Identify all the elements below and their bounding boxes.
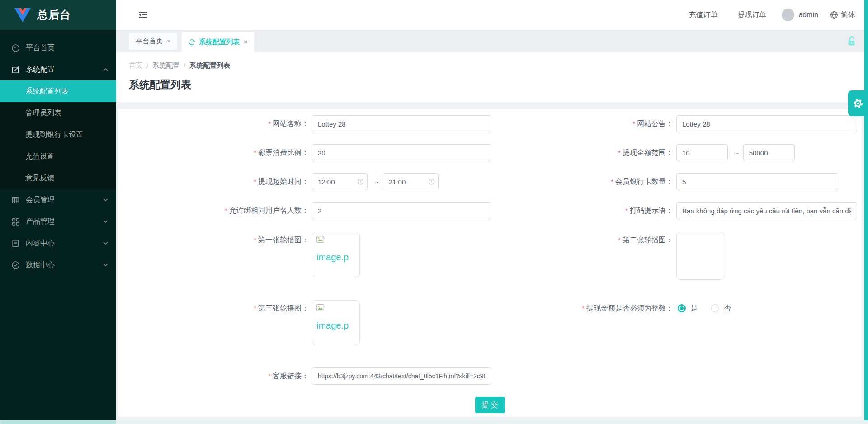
banner1-upload-box[interactable]: image.p: [312, 232, 360, 277]
sidebar-subitem-label: 系统配置列表: [25, 87, 69, 96]
sidebar-subitem-withdraw-bank-settings[interactable]: 提现到银行卡设置: [0, 124, 116, 146]
language-switcher[interactable]: 简体: [830, 10, 855, 20]
withdraw-min-input[interactable]: [676, 144, 728, 161]
title-strip: 首页 / 系统配置 / 系统配置列表 系统配置列表: [116, 52, 868, 102]
field-site-name: *网站名称：: [118, 115, 491, 132]
same-name-count-input[interactable]: [312, 202, 491, 219]
site-notice-input[interactable]: [676, 115, 857, 132]
sidebar-subitem-config-list[interactable]: 系统配置列表: [0, 80, 116, 102]
settings-fab[interactable]: [848, 90, 868, 116]
user-menu[interactable]: admin: [782, 9, 818, 21]
field-label: *第三张轮播图：: [118, 300, 309, 313]
site-name-input[interactable]: [312, 115, 491, 132]
time-end-wrap: [383, 173, 439, 190]
radio-no[interactable]: 否: [711, 304, 731, 313]
sidebar-item-label: 系统配置: [26, 65, 55, 75]
sidebar-nav: 平台首页 系统配置 系统配置列表 管理员列表 提现到银行卡: [0, 30, 116, 276]
table-icon: [11, 196, 20, 204]
sidebar-item-system-config[interactable]: 系统配置: [0, 59, 116, 80]
app-logo: 总后台: [0, 0, 116, 30]
gear-icon: [853, 98, 863, 109]
sidebar-item-platform-home[interactable]: 平台首页: [0, 37, 116, 59]
withdraw-orders-link[interactable]: 提现订单: [737, 10, 766, 20]
breadcrumb-separator: /: [146, 62, 148, 70]
horizontal-scrollbar-thumb[interactable]: [0, 420, 116, 424]
bank-card-count-input[interactable]: [676, 173, 838, 190]
collapse-sidebar-icon[interactable]: [138, 10, 149, 19]
refresh-icon[interactable]: [189, 39, 195, 46]
language-label: 简体: [841, 10, 855, 20]
required-mark: *: [611, 178, 613, 185]
sidebar-item-data-center[interactable]: 数据中心: [0, 254, 116, 276]
field-lottery-ratio: *彩票消费比例：: [118, 144, 491, 161]
time-separator: ~: [375, 178, 379, 186]
required-mark: *: [618, 149, 621, 156]
time-start-wrap: [312, 173, 368, 190]
close-icon[interactable]: ×: [244, 38, 247, 46]
field-site-notice: *网站公告：: [482, 115, 857, 132]
tab-label: 系统配置列表: [199, 38, 240, 47]
service-link-input[interactable]: [312, 367, 491, 385]
field-label: *会员银行卡数量：: [482, 177, 673, 187]
sidebar-item-product-management[interactable]: 产品管理: [0, 211, 116, 232]
banner1-alt-text: image.p: [316, 252, 355, 263]
code-tip-input[interactable]: [676, 202, 857, 219]
field-label: *提现金额范围：: [482, 148, 673, 158]
chevron-down-icon: [103, 264, 108, 267]
sidebar-item-member-management[interactable]: 会员管理: [0, 189, 116, 211]
radio-label: 是: [690, 304, 698, 313]
unlock-icon[interactable]: [847, 36, 857, 47]
submit-button[interactable]: 提 交: [475, 397, 505, 413]
blocks-icon: [11, 217, 20, 226]
breadcrumb-system-config[interactable]: 系统配置: [152, 61, 179, 70]
field-label: *提现金额是否必须为整数：: [482, 304, 673, 313]
withdraw-max-input[interactable]: [743, 144, 795, 161]
sidebar-subitem-admin-list[interactable]: 管理员列表: [0, 102, 116, 124]
sidebar-item-label: 数据中心: [26, 260, 55, 270]
radio-yes[interactable]: 是: [678, 304, 698, 313]
required-mark: *: [582, 304, 585, 312]
field-code-tip: *打码提示语：: [482, 202, 857, 219]
required-mark: *: [254, 304, 256, 312]
field-withdraw-range: *提现金额范围： ~: [482, 144, 795, 161]
withdraw-time-end-input[interactable]: [383, 173, 439, 190]
tab-system-config-list[interactable]: 系统配置列表 ×: [182, 32, 254, 52]
sidebar-subitem-label: 管理员列表: [25, 108, 61, 118]
sidebar: 总后台 平台首页 系统配置 系统配置列表: [0, 0, 116, 420]
username: admin: [798, 11, 818, 19]
right-edge-scrollbar[interactable]: [864, 0, 868, 420]
field-bank-card-count: *会员银行卡数量：: [482, 173, 838, 190]
breadcrumb: 首页 / 系统配置 / 系统配置列表: [129, 52, 868, 70]
sidebar-subitem-recharge-settings[interactable]: 充值设置: [0, 146, 116, 167]
sidebar-item-label: 内容中心: [26, 239, 55, 248]
sidebar-subitem-label: 提现到银行卡设置: [25, 130, 83, 140]
edit-icon: [11, 66, 20, 74]
breadcrumb-separator: /: [184, 62, 185, 70]
banner2-upload-box[interactable]: [676, 232, 724, 280]
config-form-card: *网站名称： *网站公告： *彩票消费比例： *提现金额范围： ~: [118, 109, 862, 417]
main-area: 充值订单 提现订单 admin 简体 平台首页 ×: [116, 0, 868, 424]
sidebar-subitem-feedback[interactable]: 意见反馈: [0, 167, 116, 189]
check-circle-icon: [11, 261, 20, 269]
avatar: [782, 9, 794, 21]
required-mark: *: [625, 207, 628, 214]
sidebar-item-content-center[interactable]: 内容中心: [0, 232, 116, 254]
broken-image-icon: [316, 304, 326, 312]
sidebar-subitem-label: 充值设置: [25, 152, 54, 161]
topbar-right: 充值订单 提现订单 admin 简体: [669, 9, 868, 21]
required-mark: *: [254, 236, 256, 244]
field-banner3: *第三张轮播图： image.p: [118, 300, 360, 345]
tab-platform-home[interactable]: 平台首页 ×: [129, 33, 177, 50]
field-label: *网站公告：: [482, 119, 673, 129]
lottery-ratio-input[interactable]: [312, 144, 491, 161]
field-label: *网站名称：: [118, 119, 309, 129]
required-mark: *: [254, 178, 256, 185]
recharge-orders-link[interactable]: 充值订单: [689, 10, 717, 20]
banner3-upload-box[interactable]: image.p: [312, 300, 360, 345]
radio-dot: [678, 304, 686, 312]
breadcrumb-home[interactable]: 首页: [129, 61, 142, 70]
withdraw-time-start-input[interactable]: [312, 173, 368, 190]
field-banner1: *第一张轮播图： image.p: [118, 232, 360, 277]
field-label: *提现起始时间：: [118, 177, 309, 187]
close-icon[interactable]: ×: [167, 38, 170, 45]
